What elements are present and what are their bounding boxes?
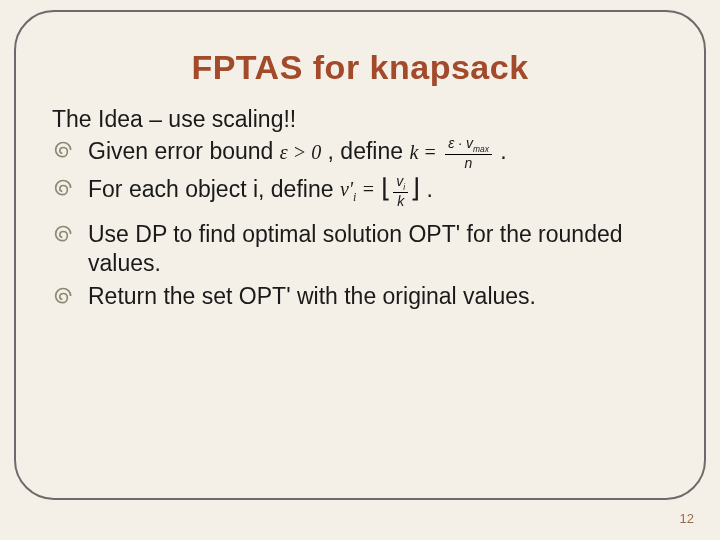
- floor-expr: ⌊ vi k ⌋: [381, 174, 420, 208]
- k-eq: k =: [409, 140, 436, 165]
- vprime: v': [340, 178, 353, 200]
- slide-title: FPTAS for knapsack: [52, 48, 668, 87]
- k-num-text: ε · v: [448, 135, 473, 151]
- k-num-sub: max: [473, 144, 489, 154]
- intro-text: The Idea – use scaling!!: [52, 105, 668, 134]
- slide-body: The Idea – use scaling!! Given error bou…: [52, 105, 668, 310]
- page-number: 12: [680, 511, 694, 526]
- bullet-1: Given error bound ε > 0 , define k = ε ·…: [52, 136, 668, 170]
- bullet-2: For each object i, define v'i = ⌊ vi k ⌋: [52, 174, 668, 208]
- v-num-sub: i: [403, 182, 405, 192]
- vprime-eq: =: [361, 178, 375, 200]
- slide-frame: FPTAS for knapsack The Idea – use scalin…: [14, 10, 706, 500]
- b1-post: .: [500, 138, 506, 164]
- bullet-list: Given error bound ε > 0 , define k = ε ·…: [52, 136, 668, 311]
- lfloor-icon: ⌊: [381, 175, 391, 209]
- b2-post: .: [427, 176, 433, 202]
- bullet-4: Return the set OPT' with the original va…: [52, 282, 668, 311]
- bullet-3: Use DP to find optimal solution OPT' for…: [52, 220, 668, 278]
- k-fraction: ε · vmax n: [445, 136, 492, 170]
- vprime-sub: i: [353, 190, 356, 204]
- v-frac: vi k: [393, 174, 408, 208]
- v-num: vi: [393, 174, 408, 193]
- b1-mid: , define: [328, 138, 410, 164]
- v-den: k: [393, 193, 408, 208]
- b1-pre: Given error bound: [88, 138, 280, 164]
- k-num: ε · vmax: [445, 136, 492, 155]
- b2-pre: For each object i, define: [88, 176, 340, 202]
- vprime-formula: v'i =: [340, 177, 375, 205]
- k-den: n: [445, 155, 492, 170]
- eps-formula: ε > 0: [280, 140, 321, 165]
- rfloor-icon: ⌋: [410, 175, 420, 209]
- slide: FPTAS for knapsack The Idea – use scalin…: [0, 0, 720, 540]
